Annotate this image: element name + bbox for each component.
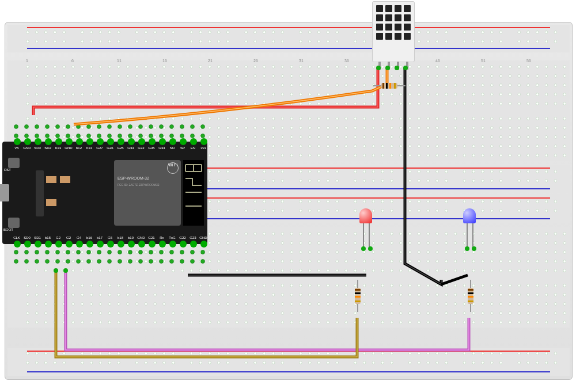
dht-sensor: [372, 1, 415, 62]
rst-button[interactable]: [8, 158, 20, 168]
resistor-led-red: [355, 280, 361, 312]
resistor-dht-pullup: [373, 83, 406, 89]
resistor-led-blue: [468, 280, 473, 312]
antenna: [183, 160, 204, 226]
esp32-board: RST BOOT Wi Fi ESP-WROOM-32 FCC ID: 2AC7…: [2, 142, 207, 244]
wroom-module: Wi Fi ESP-WROOM-32 FCC ID: 2AC7Z-ESPWROO…: [114, 160, 181, 226]
usb-port: [0, 184, 9, 201]
wire-data: [74, 68, 387, 124]
boot-button[interactable]: [8, 218, 20, 228]
wire-gnd-dht: [405, 68, 441, 284]
fritzing-diagram: www.jhonatanlamina.com 16111621263136414…: [0, 0, 576, 392]
wire-3v3: [33, 68, 378, 115]
wire-gpio-blue: [66, 271, 469, 350]
wire-gpio-red: [56, 271, 357, 357]
led-red: [359, 208, 372, 223]
led-blue: [463, 208, 476, 223]
wire-gnd-ledblue: [441, 275, 468, 284]
